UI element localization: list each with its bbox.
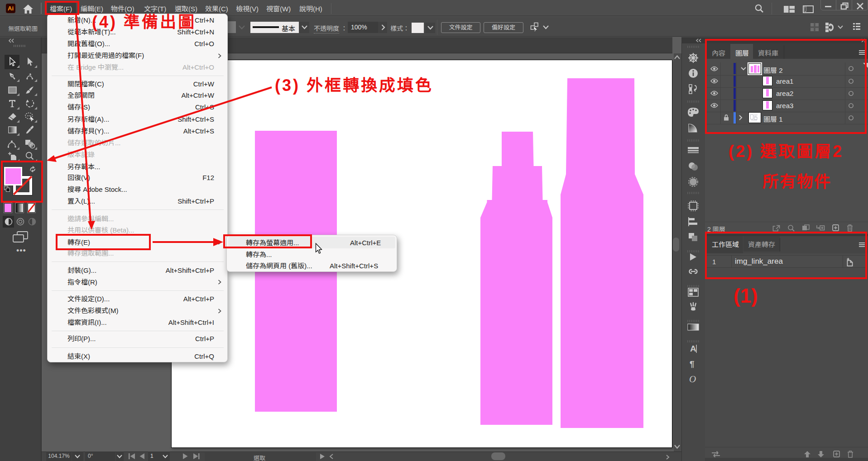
- svg-text:¶: ¶: [690, 359, 695, 369]
- svg-text:A: A: [690, 344, 696, 353]
- svg-text:O: O: [689, 374, 696, 385]
